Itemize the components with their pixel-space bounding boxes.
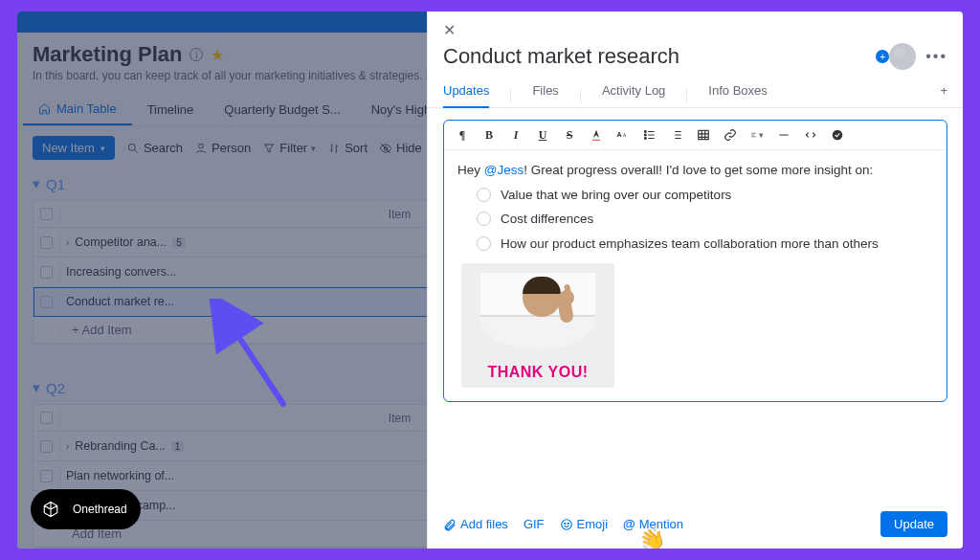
- svg-point-6: [644, 134, 646, 136]
- panel-footer: Add files GIF Emoji @ Mention Update: [428, 504, 963, 549]
- select-all-checkbox[interactable]: [40, 208, 53, 220]
- person-label: Person: [212, 141, 251, 155]
- emoji-button[interactable]: Emoji: [560, 517, 609, 531]
- onethread-badge[interactable]: Onethread: [31, 489, 141, 529]
- select-all-checkbox[interactable]: [40, 412, 53, 424]
- numbered-list-icon[interactable]: [670, 128, 683, 142]
- board-title: Marketing Plan: [33, 42, 182, 67]
- add-tab-button[interactable]: +: [940, 83, 947, 107]
- add-files-button[interactable]: Add files: [443, 517, 508, 531]
- checklist-icon[interactable]: [831, 128, 844, 142]
- row-checkbox[interactable]: [40, 440, 53, 453]
- avatar[interactable]: [889, 43, 916, 70]
- svg-point-11: [564, 523, 565, 524]
- more-icon[interactable]: •••: [925, 48, 947, 65]
- row-checkbox[interactable]: [40, 236, 53, 249]
- col-item[interactable]: Item: [389, 208, 411, 221]
- check-circle-icon[interactable]: [477, 236, 491, 251]
- search-label: Search: [144, 141, 183, 155]
- code-icon[interactable]: [804, 128, 817, 142]
- person-filter-button[interactable]: Person: [194, 141, 251, 155]
- divider-icon[interactable]: [777, 128, 791, 142]
- new-item-button[interactable]: New Item ▾: [33, 136, 115, 160]
- filter-label: Filter: [279, 141, 307, 155]
- tab-activity[interactable]: Activity Log: [602, 83, 665, 107]
- hide-label: Hide: [396, 141, 422, 155]
- info-icon[interactable]: i: [189, 48, 203, 61]
- bullet-list-icon[interactable]: [643, 128, 657, 142]
- link-icon[interactable]: [724, 128, 737, 142]
- sort-label: Sort: [345, 141, 368, 155]
- row-checkbox[interactable]: [40, 470, 53, 482]
- tab-info[interactable]: Info Boxes: [708, 83, 767, 107]
- text: ! Great progress overall! I'd love to ge…: [523, 163, 873, 177]
- bold-icon[interactable]: B: [482, 128, 496, 142]
- svg-rect-8: [699, 130, 709, 139]
- editor-content[interactable]: Hey @Jess! Great progress overall! I'd l…: [444, 150, 947, 401]
- check-circle-icon[interactable]: [477, 188, 491, 202]
- star-icon[interactable]: ★: [211, 46, 224, 64]
- panel-tabs: Updates Files Activity Log Info Boxes +: [428, 70, 963, 108]
- svg-point-9: [833, 130, 843, 141]
- close-icon[interactable]: ✕: [443, 22, 456, 38]
- checklist-item[interactable]: Cost differences: [477, 209, 933, 230]
- tab-updates[interactable]: Updates: [443, 83, 489, 107]
- home-icon: [38, 102, 51, 115]
- tab-budget[interactable]: Quarterly Budget S...: [209, 97, 355, 124]
- item-name: Rebranding Ca...: [75, 439, 166, 453]
- subitem-count: 5: [172, 237, 186, 248]
- expand-icon[interactable]: ›: [66, 441, 69, 452]
- row-checkbox[interactable]: [40, 296, 53, 308]
- sort-icon: [327, 142, 341, 155]
- search-icon: [126, 142, 140, 155]
- col-item[interactable]: Item: [389, 412, 411, 425]
- strike-icon[interactable]: S: [563, 128, 576, 142]
- font-size-icon[interactable]: AA: [616, 128, 630, 142]
- person-icon: [194, 142, 208, 155]
- chevron-down-icon: ▾: [33, 175, 40, 192]
- text-color-icon[interactable]: [590, 128, 603, 142]
- item-name: Conduct market re...: [66, 295, 174, 308]
- item-name: Increasing convers...: [66, 265, 176, 279]
- add-member-icon[interactable]: +: [876, 50, 889, 63]
- cube-icon: [36, 495, 65, 524]
- svg-text:A: A: [617, 131, 622, 138]
- underline-icon[interactable]: U: [536, 128, 549, 142]
- mention[interactable]: @Jess: [484, 163, 523, 177]
- add-item-label: + Add Item: [60, 317, 144, 343]
- paragraph-icon[interactable]: ¶: [456, 128, 469, 142]
- italic-icon[interactable]: I: [509, 128, 523, 142]
- gif-attachment[interactable]: THANK YOU!: [461, 263, 614, 388]
- sort-button[interactable]: Sort: [327, 141, 368, 155]
- table-icon[interactable]: [697, 128, 710, 142]
- gif-button[interactable]: GIF: [523, 517, 545, 531]
- update-editor[interactable]: ¶ B I U S AA ▾: [443, 120, 947, 402]
- align-icon[interactable]: ▾: [750, 128, 764, 142]
- svg-point-12: [568, 523, 568, 524]
- update-button[interactable]: Update: [880, 511, 947, 537]
- svg-text:A: A: [623, 133, 627, 138]
- row-checkbox[interactable]: [40, 266, 53, 279]
- eye-off-icon: [379, 142, 392, 155]
- tab-files[interactable]: Files: [532, 83, 558, 107]
- item-name: Competitor ana...: [75, 235, 167, 249]
- tab-timeline[interactable]: Timeline: [132, 97, 210, 124]
- svg-point-7: [644, 138, 646, 140]
- subitem-count: 1: [171, 441, 185, 452]
- checklist-item[interactable]: Value that we bring over our competitors: [477, 185, 933, 206]
- new-item-label: New Item: [42, 141, 95, 155]
- tab-label-budget: Quarterly Budget S...: [224, 102, 340, 117]
- item-name: Plan networking of...: [66, 469, 174, 482]
- tab-label-main: Main Table: [56, 101, 117, 116]
- search-button[interactable]: Search: [126, 141, 183, 155]
- checklist-item[interactable]: How our product emphasizes team collabor…: [477, 234, 933, 255]
- gif-caption: THANK YOU!: [461, 358, 614, 389]
- chevron-down-icon: ▾: [33, 379, 40, 396]
- hide-button[interactable]: Hide: [379, 141, 422, 155]
- check-circle-icon[interactable]: [477, 212, 491, 226]
- expand-icon[interactable]: ›: [66, 237, 69, 248]
- group-q2-label: Q2: [46, 380, 65, 396]
- panel-title[interactable]: Conduct market research: [443, 44, 679, 69]
- filter-button[interactable]: Filter ▾: [262, 141, 316, 155]
- tab-main-table[interactable]: Main Table: [23, 96, 132, 125]
